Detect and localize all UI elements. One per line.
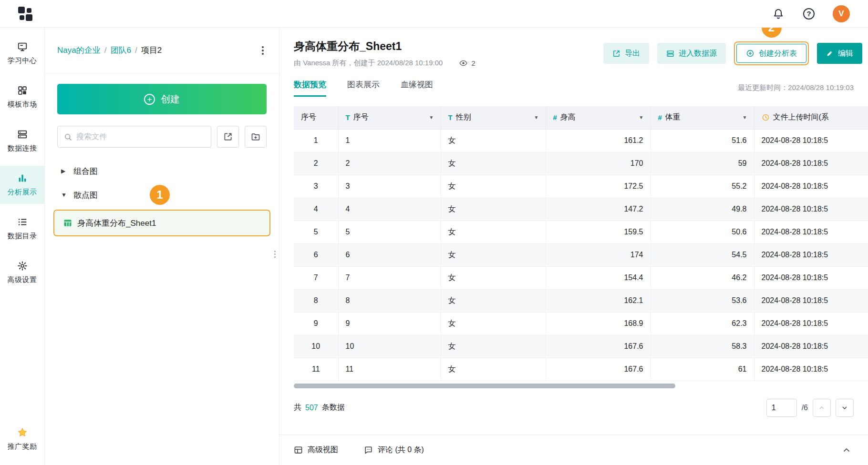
table-cell: 159.5	[546, 221, 651, 243]
table-cell: 5	[338, 221, 441, 243]
table-row[interactable]: 22女170592024-08-28 10:18:5	[294, 152, 868, 175]
table-cell: 女	[441, 152, 546, 175]
export-button[interactable]: 导出	[603, 43, 649, 64]
table-row[interactable]: 1010女167.658.32024-08-28 10:18:5	[294, 335, 868, 358]
table-cell: 2024-08-28 10:18:5	[754, 152, 868, 175]
table-cell: 2024-08-28 10:18:5	[754, 175, 868, 198]
table-cell: 6	[338, 243, 441, 266]
table-cell: 54.5	[651, 243, 754, 266]
sidebar-item-promotion-reward[interactable]: 推广奖励	[0, 420, 44, 458]
table-row[interactable]: 77女154.446.22024-08-28 10:18:5	[294, 266, 868, 289]
table-cell: 170	[546, 152, 651, 175]
column-header-1[interactable]: T序号▼	[338, 106, 441, 129]
table-row[interactable]: 1111女167.6612024-08-28 10:18:5	[294, 358, 868, 381]
app-logo-icon[interactable]	[18, 7, 32, 21]
sidebar-item-advanced-settings[interactable]: 高级设置	[0, 253, 44, 292]
breadcrumb-team[interactable]: 团队6	[110, 45, 131, 56]
breadcrumb-enterprise[interactable]: Naya的企业	[57, 45, 101, 56]
table-row[interactable]: 99女168.962.32024-08-28 10:18:5	[294, 312, 868, 335]
table-row[interactable]: 55女159.550.62024-08-28 10:18:5	[294, 221, 868, 243]
column-filter-dropdown-icon[interactable]: ▼	[428, 114, 435, 121]
data-connection-icon	[17, 129, 28, 140]
column-label: 性别	[456, 112, 471, 122]
page-total: /6	[802, 404, 808, 412]
sidebar-item-template-market[interactable]: 模板市场	[0, 78, 44, 116]
table-cell: 2024-08-28 10:18:5	[754, 358, 868, 381]
create-button[interactable]: + 创建	[57, 84, 267, 114]
table-row[interactable]: 88女162.153.62024-08-28 10:18:5	[294, 289, 868, 312]
chevron-up-icon	[842, 446, 851, 455]
comments-button[interactable]: 评论 (共 0 条)	[364, 445, 424, 455]
sidebar-item-label: 学习中心	[8, 56, 37, 65]
plus-circle-icon	[746, 49, 754, 58]
caret-right-icon: ▶	[61, 168, 68, 174]
column-filter-dropdown-icon[interactable]: ▼	[742, 114, 748, 121]
table-cell: 7	[294, 266, 338, 289]
table-cell: 2024-08-28 10:18:5	[754, 198, 868, 221]
enter-datasource-button[interactable]: 进入数据源	[657, 43, 726, 64]
import-file-button[interactable]	[217, 126, 239, 148]
sidebar-item-label: 分析展示	[8, 188, 37, 197]
pencil-icon	[826, 50, 834, 57]
table-cell: 10	[294, 335, 338, 358]
row-count: 共 507 条数据	[294, 403, 345, 413]
column-label: 体重	[665, 112, 681, 122]
search-input[interactable]	[76, 132, 205, 141]
column-header-2[interactable]: T性别▼	[441, 106, 546, 129]
column-filter-dropdown-icon[interactable]: ▼	[533, 114, 540, 121]
tree-item-sheet-selected[interactable]: 身高体重分布_Sheet1	[53, 210, 270, 236]
table-cell: 女	[441, 312, 546, 335]
table-row[interactable]: 33女172.555.22024-08-28 10:18:5	[294, 175, 868, 198]
more-menu-icon[interactable]	[259, 43, 267, 58]
column-header-4[interactable]: #体重▼	[651, 106, 754, 129]
page-input[interactable]	[766, 399, 797, 417]
edit-button[interactable]: 编辑	[817, 43, 862, 64]
table-cell: 11	[338, 358, 441, 381]
tree-group-combo-chart[interactable]: ▶ 组合图	[45, 159, 279, 183]
annotation-badge-1: 1	[150, 185, 170, 205]
column-header-5[interactable]: 文件上传时间(系	[754, 106, 868, 129]
page-title: 身高体重分布_Sheet1	[294, 39, 475, 54]
table-cell: 168.9	[546, 312, 651, 335]
table-cell: 8	[338, 289, 441, 312]
help-icon[interactable]: ?	[802, 7, 816, 20]
notifications-bell-icon[interactable]	[772, 7, 785, 20]
learning-center-icon	[17, 41, 28, 52]
sidebar-item-data-catalog[interactable]: 数据目录	[0, 210, 44, 248]
table-cell: 2024-08-28 10:18:5	[754, 289, 868, 312]
main-panel: 身高体重分布_Sheet1 由 Vanessa 所有，创建于 2024/08/2…	[279, 28, 868, 465]
collapse-panel-button[interactable]	[842, 446, 851, 455]
tab-1[interactable]: 图表展示	[347, 79, 380, 97]
sidebar-item-analysis-display[interactable]: 分析展示	[0, 166, 44, 204]
table-row[interactable]: 11女161.251.62024-08-28 10:18:5	[294, 129, 868, 152]
create-analysis-table-button[interactable]: 创建分析表	[736, 44, 806, 63]
breadcrumb-separator: /	[104, 46, 107, 55]
sidebar-item-learning-center[interactable]: 学习中心	[0, 34, 44, 72]
table-cell: 2	[338, 152, 441, 175]
column-header-0[interactable]: 序号	[294, 106, 338, 129]
view-count: 2	[459, 59, 475, 68]
tab-0[interactable]: 数据预览	[294, 79, 326, 97]
sidebar-item-data-connection[interactable]: 数据连接	[0, 122, 44, 160]
table-row[interactable]: 44女147.249.82024-08-28 10:18:5	[294, 198, 868, 221]
next-page-button[interactable]	[836, 399, 854, 417]
data-table: 序号T序号▼T性别▼#身高▼#体重▼文件上传时间(系 11女161.251.62…	[294, 106, 868, 388]
breadcrumb: Naya的企业 / 团队6 / 项目2	[57, 45, 162, 56]
advanced-view-button[interactable]: 高级视图	[294, 445, 338, 455]
table-cell: 2024-08-28 10:18:5	[754, 266, 868, 289]
bottom-bar: 高级视图 评论 (共 0 条)	[279, 435, 868, 465]
prev-page-button[interactable]	[813, 399, 831, 417]
column-header-3[interactable]: #身高▼	[546, 106, 651, 129]
table-cell: 167.6	[546, 335, 651, 358]
table-row[interactable]: 66女17454.52024-08-28 10:18:5	[294, 243, 868, 266]
table-cell: 女	[441, 129, 546, 152]
column-filter-dropdown-icon[interactable]: ▼	[638, 114, 645, 121]
panel-resize-handle[interactable]	[272, 249, 278, 260]
user-avatar[interactable]: V	[833, 5, 850, 22]
table-cell: 6	[294, 243, 338, 266]
new-folder-button[interactable]	[245, 126, 267, 148]
text-type-icon: T	[346, 113, 350, 121]
scrollbar-thumb[interactable]	[294, 384, 675, 388]
text-type-icon: T	[448, 113, 453, 121]
tab-2[interactable]: 血缘视图	[401, 79, 433, 97]
